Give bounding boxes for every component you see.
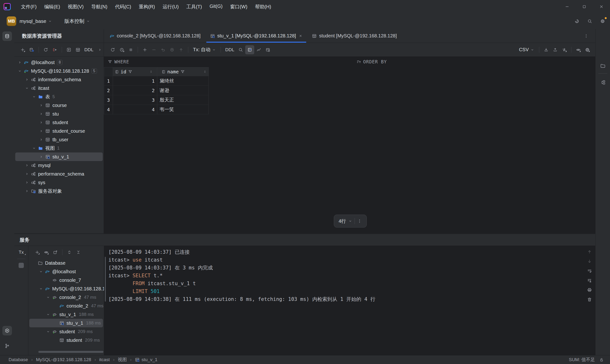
menu-item-代码[interactable]: 代码(C) xyxy=(112,2,134,12)
cell-name[interactable]: 谢逊 xyxy=(157,86,209,95)
services-item-console_2[interactable]: console_247 ms xyxy=(29,302,103,310)
extractor-button[interactable] xyxy=(263,45,272,54)
upload-button[interactable] xyxy=(551,45,560,54)
menu-item-运行[interactable]: 运行(U) xyxy=(159,2,182,12)
services-item-Database[interactable]: Database xyxy=(29,259,103,267)
row-number-cell[interactable]: 4 xyxy=(104,105,113,114)
ddl-label[interactable]: DDL xyxy=(223,47,236,52)
row-number-cell[interactable]: 3 xyxy=(104,95,113,105)
stop-button[interactable] xyxy=(126,45,135,54)
cell-name[interactable]: 韦一笑 xyxy=(157,105,209,114)
services-item-console_2[interactable]: console_247 ms xyxy=(29,293,103,302)
chevron-down-icon[interactable] xyxy=(31,145,37,151)
chevron-down-icon[interactable] xyxy=(31,94,37,100)
explorer-item-course[interactable]: course xyxy=(15,101,103,110)
stop-button[interactable] xyxy=(19,263,24,268)
cell-name[interactable]: 黛绮丝 xyxy=(157,76,209,86)
explorer-item-student[interactable]: student xyxy=(15,118,103,127)
chevron-right-icon[interactable] xyxy=(24,77,30,83)
column-header-name[interactable]: name xyxy=(157,67,209,76)
explorer-item-stu_v_1[interactable]: stu_v_1 xyxy=(15,153,103,161)
explorer-item-student_course[interactable]: student_course xyxy=(15,127,103,135)
table-view-button[interactable] xyxy=(73,45,82,54)
breadcrumb-item[interactable]: MySQL-@192.168.128.128 xyxy=(36,357,91,362)
horizontal-scrollbar[interactable] xyxy=(38,351,104,353)
services-item-student[interactable]: student209 ms xyxy=(29,327,103,336)
breadcrumb-item[interactable]: stu_v_1 xyxy=(135,357,157,362)
row-number-cell[interactable]: 2 xyxy=(104,86,113,95)
sync-button[interactable] xyxy=(560,45,569,54)
menu-item-Git[interactable]: Git(G) xyxy=(207,2,226,12)
menu-item-视图[interactable]: 视图(V) xyxy=(65,2,87,12)
sort-toggle-icon[interactable] xyxy=(149,70,153,73)
ddl-label[interactable]: DDL xyxy=(82,47,95,52)
project-badge[interactable]: MB xyxy=(7,16,16,26)
services-item-MySQL-@192.168.128.128[interactable]: MySQL-@192.168.128.128 xyxy=(29,285,103,293)
close-icon[interactable] xyxy=(299,34,302,38)
gear-button[interactable] xyxy=(583,45,592,54)
undo-button[interactable] xyxy=(158,45,168,54)
maximize-button[interactable] xyxy=(576,0,593,13)
services-item-stu_v_1[interactable]: stu_v_1188 ms xyxy=(29,310,103,319)
chevron-right-icon[interactable] xyxy=(17,59,23,65)
menu-item-导航[interactable]: 导航(N) xyxy=(88,2,111,12)
submit-button[interactable] xyxy=(168,45,177,54)
remove-row-button[interactable] xyxy=(149,45,158,54)
soft-wrap-button[interactable] xyxy=(585,267,594,274)
scroll-end-button[interactable] xyxy=(585,277,594,284)
tab-student[interactable]: student [MySQL-@192.168.128.128] xyxy=(307,29,402,43)
explorer-item-视图[interactable]: 视图1 xyxy=(15,144,103,153)
trash-button[interactable] xyxy=(585,296,594,303)
menu-item-工具[interactable]: 工具(T) xyxy=(183,2,205,12)
chevron-right-icon[interactable] xyxy=(24,171,30,177)
jump-console-button[interactable] xyxy=(64,45,73,54)
tx-mode-button[interactable]: Tx xyxy=(19,250,24,255)
explorer-item-information_schema[interactable]: information_schema xyxy=(15,75,103,84)
tab-console_2[interactable]: console_2 [MySQL-@192.168.128.128] xyxy=(105,29,205,43)
services-item-student[interactable]: student209 ms xyxy=(29,336,103,344)
open-new-button[interactable] xyxy=(51,248,60,257)
chev-right-button[interactable] xyxy=(95,45,104,54)
chevron-right-icon[interactable] xyxy=(38,102,44,108)
search-button[interactable] xyxy=(236,45,245,54)
add-row-button[interactable] xyxy=(140,45,149,54)
chevron-down-icon[interactable] xyxy=(24,85,30,91)
search-everywhere-button[interactable] xyxy=(586,17,594,25)
chevron-right-icon[interactable] xyxy=(38,119,44,126)
filter-panel-button[interactable] xyxy=(245,45,254,54)
breadcrumb-item[interactable]: itcast xyxy=(99,357,110,362)
cell-id[interactable]: 4 xyxy=(113,105,157,114)
explorer-item-mysql[interactable]: mysql xyxy=(15,161,103,169)
menu-item-窗口[interactable]: 窗口(W) xyxy=(227,2,250,12)
chevron-down-icon[interactable] xyxy=(17,68,23,74)
datasource-settings-button[interactable] xyxy=(27,45,36,54)
download-button[interactable] xyxy=(542,45,551,54)
explorer-item-itcast[interactable]: itcast xyxy=(15,84,103,92)
breadcrumb-item[interactable]: 视图 xyxy=(118,357,127,363)
menu-item-重构[interactable]: 重构(R) xyxy=(136,2,158,12)
explorer-item-表[interactable]: 表5 xyxy=(15,92,103,101)
settings-button[interactable] xyxy=(598,17,607,25)
cell-name[interactable]: 殷天正 xyxy=(157,95,209,105)
where-clause-button[interactable]: WHERE xyxy=(108,59,129,64)
up2-button[interactable] xyxy=(585,248,594,255)
tab-stu_v_1[interactable]: stu_v_1 [MySQL-@192.168.128.128] xyxy=(205,29,307,43)
down2-button[interactable] xyxy=(585,258,594,265)
services-item-@localhost[interactable]: @localhost xyxy=(29,267,103,276)
row-count-pill[interactable]: 4行 xyxy=(334,215,367,228)
menu-item-编辑[interactable]: 编辑(E) xyxy=(41,2,63,12)
chevron-right-icon[interactable] xyxy=(38,111,44,117)
chevron-right-icon[interactable] xyxy=(38,136,44,143)
explorer-item-MySQL-@192.168.128.128[interactable]: MySQL-@192.168.128.1285 xyxy=(15,67,103,75)
eye-button[interactable] xyxy=(574,45,583,54)
cell-id[interactable]: 2 xyxy=(113,86,157,95)
column-header-id[interactable]: id xyxy=(113,67,157,76)
arrow-up-button[interactable] xyxy=(177,45,186,54)
expand-button[interactable] xyxy=(65,248,74,257)
order-by-button[interactable]: ORDER BY xyxy=(356,57,387,67)
chart-button[interactable] xyxy=(254,45,263,54)
project-selector[interactable]: mysql_base xyxy=(20,18,52,24)
funnel-icon[interactable] xyxy=(180,70,185,74)
services-item-console_7[interactable]: console_7 xyxy=(29,276,103,285)
more-v-icon[interactable] xyxy=(584,34,589,38)
